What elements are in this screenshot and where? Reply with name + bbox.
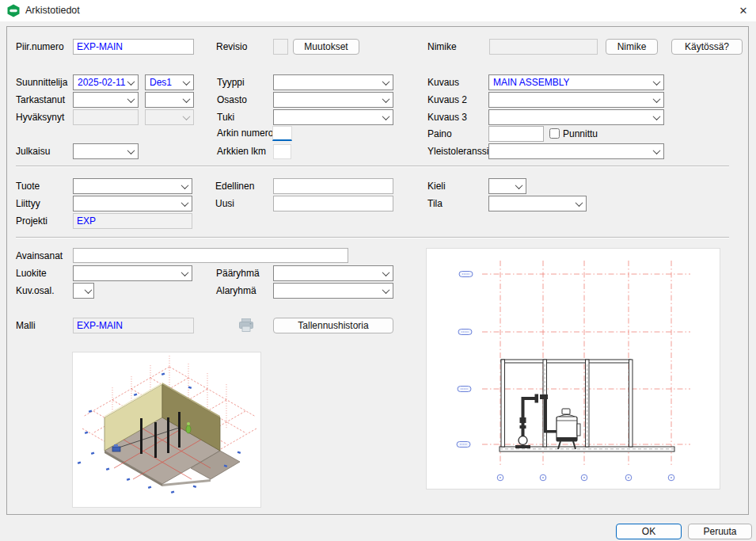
title-bar: Arkistotiedot ✕ bbox=[0, 0, 756, 21]
alaryhma-label: Alaryhmä bbox=[216, 283, 256, 299]
kuvaus-combo[interactable]: MAIN ASSEMBLY bbox=[488, 74, 664, 90]
luokite-label: Luokite bbox=[16, 265, 47, 281]
tuote-combo[interactable] bbox=[73, 178, 192, 194]
kuv-osal-combo[interactable] bbox=[73, 283, 94, 299]
tila-label: Tila bbox=[427, 196, 443, 211]
model-front-preview bbox=[426, 248, 720, 490]
chevron-down-icon bbox=[382, 112, 390, 120]
julkaisu-combo[interactable] bbox=[73, 143, 139, 159]
kuvaus3-label: Kuvaus 3 bbox=[427, 109, 467, 125]
chevron-down-icon bbox=[127, 147, 135, 154]
kieli-combo[interactable] bbox=[488, 178, 526, 194]
separator-2 bbox=[16, 237, 729, 238]
suunnittelija-id-value: Des1 bbox=[150, 75, 172, 90]
liittyy-label: Liittyy bbox=[16, 196, 40, 211]
suunnittelija-id-combo[interactable]: Des1 bbox=[145, 74, 194, 90]
chevron-down-icon bbox=[515, 181, 523, 189]
yleistoleranssi-combo[interactable] bbox=[488, 143, 664, 159]
chevron-down-icon bbox=[181, 269, 189, 276]
print-icon bbox=[238, 318, 254, 332]
chevron-down-icon bbox=[183, 78, 191, 86]
tarkastanut-date-combo[interactable] bbox=[73, 92, 139, 108]
liittyy-combo[interactable] bbox=[73, 196, 192, 211]
nimike-label: Nimike bbox=[427, 39, 457, 55]
kuvaus2-label: Kuvaus 2 bbox=[427, 92, 467, 108]
uusi-label: Uusi bbox=[215, 196, 234, 211]
projekti-label: Projekti bbox=[16, 213, 47, 229]
osasto-combo[interactable] bbox=[273, 92, 393, 108]
separator-1 bbox=[16, 166, 729, 167]
arkin-numero-input[interactable] bbox=[272, 126, 292, 141]
tarkastanut-label: Tarkastanut bbox=[16, 92, 65, 108]
ok-button[interactable]: OK bbox=[616, 524, 682, 539]
edellinen-label: Edellinen bbox=[215, 178, 254, 194]
elevation-level-tags bbox=[457, 272, 473, 448]
chevron-down-icon bbox=[653, 112, 661, 120]
suunnittelija-date-value: 2025-02-11 bbox=[78, 75, 126, 90]
kuvaus2-combo[interactable] bbox=[488, 92, 664, 108]
paaryhma-combo[interactable] bbox=[273, 265, 393, 281]
chevron-down-icon bbox=[181, 181, 189, 189]
chevron-down-icon bbox=[127, 78, 135, 86]
revisio-field bbox=[273, 39, 288, 55]
muutokset-button[interactable]: Muutokset bbox=[293, 39, 359, 55]
chevron-down-icon bbox=[382, 269, 390, 276]
arkin-numero-label: Arkin numero bbox=[217, 125, 273, 141]
kuvaus-label: Kuvaus bbox=[427, 74, 459, 90]
close-icon[interactable]: ✕ bbox=[733, 2, 754, 20]
chevron-down-icon bbox=[183, 112, 191, 120]
suunnittelija-label: Suunnittelija bbox=[16, 74, 67, 90]
tuki-combo[interactable] bbox=[273, 109, 393, 125]
nimike-button[interactable]: Nimike bbox=[606, 39, 658, 55]
uusi-input[interactable] bbox=[273, 196, 393, 211]
julkaisu-label: Julkaisu bbox=[16, 143, 50, 159]
malli-field: EXP-MAIN bbox=[73, 318, 194, 333]
elevation-view-drawing bbox=[427, 249, 720, 489]
elevation-grid-bubbles bbox=[497, 474, 674, 481]
projekti-field: EXP bbox=[73, 213, 192, 229]
app-icon bbox=[6, 4, 21, 17]
nimike-field bbox=[489, 39, 598, 55]
punnittu-label: Punnittu bbox=[563, 126, 598, 142]
piir-numero-input[interactable] bbox=[73, 39, 194, 55]
luokite-combo[interactable] bbox=[73, 265, 192, 281]
edellinen-input[interactable] bbox=[273, 178, 393, 194]
tarkastanut-id-combo[interactable] bbox=[145, 92, 194, 108]
avainsanat-input[interactable] bbox=[73, 248, 348, 263]
chevron-down-icon bbox=[183, 95, 191, 103]
kaytossa-button[interactable]: Käytössä? bbox=[671, 39, 743, 55]
alaryhma-combo[interactable] bbox=[273, 283, 393, 299]
paino-input[interactable] bbox=[488, 126, 544, 142]
revisio-label: Revisio bbox=[216, 39, 247, 55]
iso-view-drawing bbox=[73, 352, 260, 507]
piir-numero-label: Piir.numero bbox=[16, 39, 64, 55]
kuv-osal-label: Kuv.osal. bbox=[16, 283, 54, 299]
hyvaksynyt-date-field bbox=[73, 109, 139, 125]
chevron-down-icon bbox=[382, 78, 390, 86]
window-title: Arkistotiedot bbox=[25, 5, 80, 16]
arkkien-lkm-input[interactable] bbox=[273, 144, 291, 159]
chevron-down-icon bbox=[576, 199, 583, 207]
kuvaus3-combo[interactable] bbox=[488, 109, 664, 125]
chevron-down-icon bbox=[382, 95, 390, 103]
peruuta-button[interactable]: Peruuta bbox=[688, 524, 752, 539]
tila-combo[interactable] bbox=[488, 196, 587, 211]
tyyppi-combo[interactable] bbox=[273, 74, 393, 90]
tuote-label: Tuote bbox=[16, 178, 40, 194]
hyvaksynyt-id-combo bbox=[145, 109, 194, 125]
suunnittelija-date-combo[interactable]: 2025-02-11 bbox=[73, 74, 139, 90]
chevron-down-icon bbox=[653, 78, 661, 86]
punnittu-checkbox[interactable] bbox=[549, 128, 560, 139]
chevron-down-icon bbox=[127, 95, 135, 103]
yleistoleranssi-label: Yleistoleranssi bbox=[427, 143, 488, 159]
tuki-label: Tuki bbox=[217, 109, 234, 125]
chevron-down-icon bbox=[181, 199, 189, 207]
kuvaus-value: MAIN ASSEMBLY bbox=[493, 75, 569, 90]
paaryhma-label: Pääryhmä bbox=[216, 265, 260, 281]
kieli-label: Kieli bbox=[427, 178, 446, 194]
chevron-down-icon bbox=[653, 147, 661, 154]
model-iso-preview bbox=[72, 352, 261, 508]
tallennushistoria-button[interactable]: Tallennushistoria bbox=[273, 318, 393, 333]
chevron-down-icon bbox=[85, 286, 93, 294]
malli-label: Malli bbox=[16, 318, 36, 333]
